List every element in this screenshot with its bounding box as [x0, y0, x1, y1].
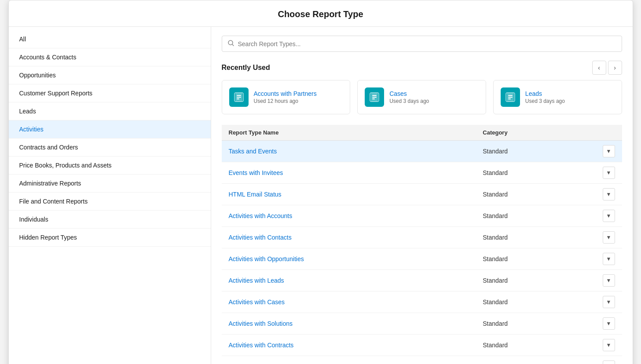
sidebar-item-leads[interactable]: Leads: [9, 102, 211, 120]
sidebar-item-contracts-orders[interactable]: Contracts and Orders: [9, 138, 211, 157]
category-value: Standard: [483, 255, 508, 262]
svg-rect-5: [237, 98, 239, 99]
sidebar-item-individuals[interactable]: Individuals: [9, 211, 211, 229]
row-dropdown-button[interactable]: ▼: [603, 188, 615, 200]
report-type-link[interactable]: Events with Invitees: [229, 169, 283, 176]
report-card-time: Used 3 days ago: [525, 98, 565, 104]
sidebar-item-all[interactable]: All: [9, 30, 211, 48]
row-dropdown-button[interactable]: ▼: [603, 296, 615, 308]
row-dropdown-button[interactable]: ▼: [603, 360, 615, 364]
row-dropdown-button[interactable]: ▼: [603, 231, 615, 244]
table-row[interactable]: Activities with Contracts Standard ▼: [222, 335, 622, 356]
row-dropdown-button[interactable]: ▼: [603, 339, 615, 351]
report-type-link[interactable]: Tasks and Events: [229, 148, 277, 155]
row-dropdown-button[interactable]: ▼: [603, 253, 615, 265]
modal-container: Choose Report Type AllAccounts & Contact…: [8, 0, 633, 364]
table-row[interactable]: Tasks and Events Standard ▼: [222, 141, 622, 162]
report-type-link[interactable]: HTML Email Status: [229, 191, 282, 198]
sidebar-item-opportunities[interactable]: Opportunities: [9, 66, 211, 84]
prev-button[interactable]: ‹: [592, 61, 606, 75]
row-dropdown-button[interactable]: ▼: [603, 317, 615, 330]
category-cell: Standard ▼: [476, 248, 622, 270]
report-type-link[interactable]: Activities with Contacts: [229, 234, 292, 241]
table-row[interactable]: Activities with Products Standard ▼: [222, 356, 622, 364]
table-row[interactable]: Activities with Solutions Standard ▼: [222, 313, 622, 335]
category-value: Standard: [483, 298, 508, 306]
category-cell-inner: Standard ▼: [483, 210, 615, 222]
sidebar-item-hidden[interactable]: Hidden Report Types: [9, 229, 211, 247]
report-type-cell: Activities with Cases: [222, 291, 476, 313]
category-cell: Standard ▼: [476, 291, 622, 313]
category-cell-inner: Standard ▼: [483, 188, 615, 200]
row-dropdown-button[interactable]: ▼: [603, 145, 615, 157]
report-type-cell: Activities with Solutions: [222, 313, 476, 335]
report-type-cell: HTML Email Status: [222, 184, 476, 205]
row-dropdown-button[interactable]: ▼: [603, 210, 615, 222]
category-cell-inner: Standard ▼: [483, 339, 615, 351]
report-card-name[interactable]: Leads: [525, 90, 565, 97]
sidebar-item-activities[interactable]: Activities: [9, 120, 211, 138]
sidebar-item-customer-support[interactable]: Customer Support Reports: [9, 84, 211, 102]
sidebar-item-price-books[interactable]: Price Books, Products and Assets: [9, 157, 211, 175]
category-value: Standard: [483, 320, 508, 327]
main-content: Recently Used ‹ › Accounts with Partners…: [211, 27, 633, 364]
category-cell: Standard ▼: [476, 141, 622, 162]
category-cell: Standard ▼: [476, 184, 622, 205]
recently-used-title: Recently Used: [222, 64, 270, 72]
category-cell-inner: Standard ▼: [483, 274, 615, 287]
report-card-time: Used 3 days ago: [389, 98, 429, 104]
report-type-cell: Activities with Leads: [222, 270, 476, 291]
report-type-link[interactable]: Activities with Cases: [229, 298, 285, 306]
table-row[interactable]: Activities with Cases Standard ▼: [222, 291, 622, 313]
report-type-cell: Activities with Accounts: [222, 205, 476, 227]
report-card-icon: [229, 87, 249, 107]
row-dropdown-button[interactable]: ▼: [603, 167, 615, 179]
table-row[interactable]: Activities with Accounts Standard ▼: [222, 205, 622, 227]
report-type-cell: Events with Invitees: [222, 162, 476, 184]
recently-used-cards: Accounts with Partners Used 12 hours ago…: [222, 80, 622, 114]
svg-rect-13: [508, 98, 511, 99]
category-value: Standard: [483, 212, 508, 219]
report-type-cell: Activities with Opportunities: [222, 248, 476, 270]
table-row[interactable]: Activities with Opportunities Standard ▼: [222, 248, 622, 270]
report-type-link[interactable]: Activities with Accounts: [229, 212, 293, 219]
report-type-cell: Activities with Products: [222, 356, 476, 364]
modal-header: Choose Report Type: [9, 0, 633, 27]
sidebar-item-file-content[interactable]: File and Content Reports: [9, 193, 211, 211]
report-card-name[interactable]: Accounts with Partners: [254, 90, 317, 97]
category-value: Standard: [483, 169, 508, 176]
recently-used-card[interactable]: Accounts with Partners Used 12 hours ago: [222, 80, 351, 114]
svg-rect-3: [237, 95, 241, 96]
svg-line-1: [232, 44, 234, 46]
report-card-name[interactable]: Cases: [389, 90, 429, 97]
search-input[interactable]: [238, 40, 616, 47]
report-card-icon: [501, 87, 520, 107]
recently-used-card[interactable]: Cases Used 3 days ago: [357, 80, 486, 114]
report-type-link[interactable]: Activities with Contracts: [229, 342, 294, 349]
next-button[interactable]: ›: [608, 61, 622, 75]
recently-used-section: Recently Used ‹ › Accounts with Partners…: [222, 61, 622, 116]
category-value: Standard: [483, 234, 508, 241]
row-dropdown-button[interactable]: ▼: [603, 274, 615, 287]
report-card-time: Used 12 hours ago: [254, 98, 317, 104]
sidebar-item-administrative[interactable]: Administrative Reports: [9, 175, 211, 193]
table-row[interactable]: Events with Invitees Standard ▼: [222, 162, 622, 184]
table-row[interactable]: Activities with Contacts Standard ▼: [222, 227, 622, 248]
sidebar-item-accounts-contacts[interactable]: Accounts & Contacts: [9, 48, 211, 66]
recently-used-card[interactable]: Leads Used 3 days ago: [493, 80, 622, 114]
category-cell-inner: Standard ▼: [483, 167, 615, 179]
report-type-link[interactable]: Activities with Leads: [229, 277, 284, 284]
svg-rect-8: [372, 97, 377, 98]
search-bar: [222, 36, 622, 52]
report-type-link[interactable]: Activities with Opportunities: [229, 255, 304, 262]
report-type-cell: Activities with Contracts: [222, 335, 476, 356]
table-row[interactable]: Activities with Leads Standard ▼: [222, 270, 622, 291]
recently-used-header: Recently Used ‹ ›: [222, 61, 622, 75]
sidebar: AllAccounts & ContactsOpportunitiesCusto…: [9, 27, 211, 364]
report-card-info: Cases Used 3 days ago: [389, 90, 429, 104]
report-type-link[interactable]: Activities with Solutions: [229, 320, 293, 327]
svg-rect-9: [372, 98, 375, 99]
category-cell: Standard ▼: [476, 335, 622, 356]
report-card-icon: [365, 87, 384, 107]
table-row[interactable]: HTML Email Status Standard ▼: [222, 184, 622, 205]
